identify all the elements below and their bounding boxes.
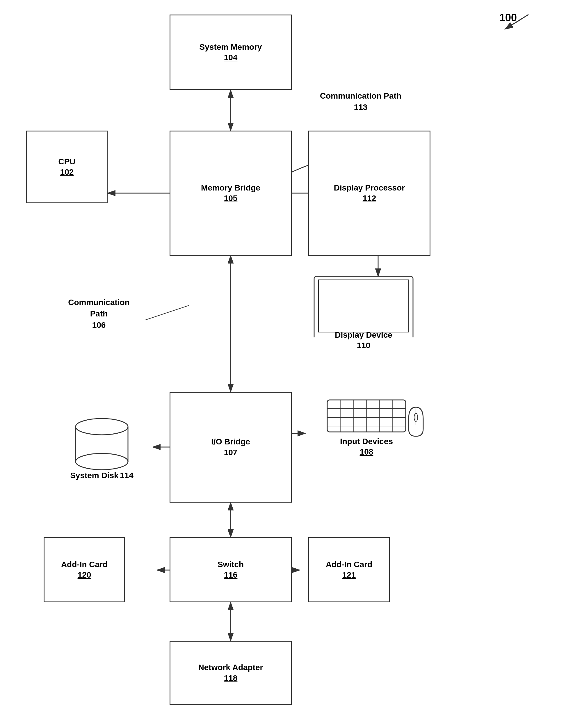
diagram: 100 System Memory 104 CPU 102 Memory Bri… xyxy=(0,0,575,728)
network-adapter-label: Network Adapter xyxy=(198,662,263,673)
network-adapter-num: 118 xyxy=(224,673,238,684)
cpu-label: CPU xyxy=(58,157,75,167)
svg-rect-17 xyxy=(314,276,413,337)
add-in-card-120-box: Add-In Card 120 xyxy=(44,537,125,602)
display-device-num: 110 xyxy=(357,341,371,350)
system-memory-box: System Memory 104 xyxy=(170,14,292,90)
add-in-card-121-num: 121 xyxy=(342,570,356,580)
display-processor-box: Display Processor 112 xyxy=(308,131,431,256)
input-devices-num: 108 xyxy=(360,447,373,456)
cpu-box: CPU 102 xyxy=(26,131,108,203)
io-bridge-label: I/O Bridge xyxy=(211,437,250,447)
switch-num: 116 xyxy=(224,570,238,580)
svg-point-21 xyxy=(76,419,128,435)
memory-bridge-label: Memory Bridge xyxy=(201,183,260,193)
display-processor-label: Display Processor xyxy=(334,183,405,193)
svg-point-24 xyxy=(76,453,128,470)
system-disk-wrap: System Disk 114 xyxy=(53,402,151,494)
network-adapter-box: Network Adapter 118 xyxy=(170,641,292,705)
svg-line-16 xyxy=(505,14,529,29)
cpu-num: 102 xyxy=(60,167,74,177)
input-devices-wrap: Input Devices 108 xyxy=(300,398,433,480)
monitor-icon xyxy=(308,273,419,337)
add-in-card-121-label: Add-In Card xyxy=(326,559,372,570)
comm-path-113-label: Communication Path 113 xyxy=(320,90,401,113)
system-memory-label: System Memory xyxy=(200,42,262,53)
display-processor-num: 112 xyxy=(363,193,376,204)
ref-arrow xyxy=(499,12,534,35)
io-bridge-box: I/O Bridge 107 xyxy=(170,392,292,502)
display-device-wrap: Display Device 110 xyxy=(308,273,419,372)
keyboard-icon xyxy=(326,398,407,434)
system-disk-num: 114 xyxy=(120,471,134,480)
switch-box: Switch 116 xyxy=(170,537,292,602)
cylinder-icon xyxy=(73,415,131,473)
mouse-icon xyxy=(404,404,428,439)
comm-path-106-label: Communication Path 106 xyxy=(58,297,140,331)
add-in-card-120-label: Add-In Card xyxy=(61,559,108,570)
arrows-svg xyxy=(0,0,575,728)
svg-rect-18 xyxy=(318,280,409,332)
display-device-label: Display Device xyxy=(335,331,392,339)
add-in-card-120-num: 120 xyxy=(78,570,91,580)
memory-bridge-num: 105 xyxy=(224,193,238,204)
memory-bridge-box: Memory Bridge 105 xyxy=(170,131,292,256)
input-devices-label: Input Devices xyxy=(340,437,393,446)
system-disk-label: System Disk xyxy=(70,471,119,480)
io-bridge-num: 107 xyxy=(224,447,238,458)
switch-label: Switch xyxy=(217,559,244,570)
add-in-card-121-box: Add-In Card 121 xyxy=(308,537,390,602)
system-memory-num: 104 xyxy=(224,53,238,63)
